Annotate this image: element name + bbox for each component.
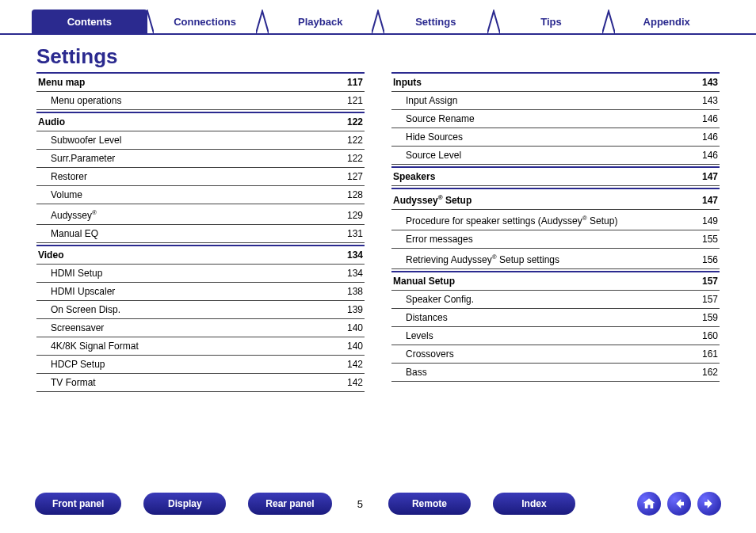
toc-item[interactable]: On Screen Disp.139 — [36, 301, 365, 319]
rear-panel-button[interactable]: Rear panel — [248, 493, 331, 515]
toc-column-right: Inputs143Input Assign143Source Rename146… — [391, 70, 720, 392]
toc-item[interactable]: Retrieving Audyssey® Setup settings156 — [391, 249, 720, 269]
remote-button[interactable]: Remote — [388, 493, 471, 515]
tab-connections[interactable]: Connections — [147, 10, 263, 33]
front-panel-button[interactable]: Front panel — [35, 493, 121, 515]
toc-item[interactable]: HDCP Setup142 — [36, 356, 365, 374]
toc-item[interactable]: Volume128 — [36, 186, 365, 204]
toc-item[interactable]: Error messages155 — [391, 230, 720, 249]
arrow-left-icon[interactable] — [667, 492, 691, 516]
toc-item[interactable]: Input Assign143 — [391, 92, 720, 110]
toc-item[interactable]: Menu operations121 — [36, 92, 365, 110]
toc-item[interactable]: Source Level146 — [391, 147, 720, 165]
toc-item[interactable]: HDMI Setup134 — [36, 265, 365, 283]
page-number: 5 — [354, 498, 366, 510]
toc-item[interactable]: Subwoofer Level122 — [36, 131, 365, 150]
toc-item[interactable]: Source Rename146 — [391, 110, 720, 128]
tab-tips[interactable]: Tips — [494, 10, 609, 33]
toc-item[interactable]: Speaker Config.157 — [391, 291, 720, 309]
toc-heading[interactable]: Menu map117 — [36, 72, 365, 92]
toc-item[interactable]: TV Format142 — [36, 374, 365, 392]
home-icon[interactable] — [637, 492, 661, 516]
toc-item[interactable]: Audyssey®129 — [36, 204, 365, 225]
toc-item[interactable]: Hide Sources146 — [391, 128, 720, 147]
toc-item[interactable]: Screensaver140 — [36, 319, 365, 337]
toc-item[interactable]: Distances159 — [391, 309, 720, 327]
tab-appendix[interactable]: Appendix — [609, 10, 724, 33]
page-title: Settings — [0, 35, 756, 70]
tab-contents[interactable]: Contents — [32, 10, 147, 33]
toc-item[interactable]: Levels160 — [391, 327, 720, 345]
toc-column-left: Menu map117Menu operations121Audio122Sub… — [36, 70, 365, 392]
toc-item[interactable]: 4K/8K Signal Format140 — [36, 337, 365, 356]
toc-item[interactable]: HDMI Upscaler138 — [36, 283, 365, 301]
tab-settings[interactable]: Settings — [378, 10, 494, 33]
toc-heading[interactable]: Audio122 — [36, 112, 365, 131]
toc-heading[interactable]: Speakers147 — [391, 166, 720, 186]
display-button[interactable]: Display — [143, 493, 226, 515]
top-tabs: Contents Connections Playback Settings T… — [0, 0, 756, 35]
toc-heading[interactable]: Audyssey® Setup147 — [391, 188, 720, 210]
footer-bar: Front panel Display Rear panel 5 Remote … — [0, 492, 756, 516]
toc-item[interactable]: Bass162 — [391, 364, 720, 382]
toc-heading[interactable]: Manual Setup157 — [391, 271, 720, 291]
toc-heading[interactable]: Video134 — [36, 245, 365, 265]
toc-item[interactable]: Restorer127 — [36, 168, 365, 186]
toc-heading[interactable]: Inputs143 — [391, 72, 720, 92]
toc-item[interactable]: Procedure for speaker settings (Audyssey… — [391, 210, 720, 230]
toc-item[interactable]: Manual EQ131 — [36, 225, 365, 243]
arrow-right-icon[interactable] — [697, 492, 721, 516]
toc-item[interactable]: Surr.Parameter122 — [36, 150, 365, 168]
tab-playback[interactable]: Playback — [262, 10, 378, 33]
index-button[interactable]: Index — [493, 493, 575, 515]
toc-columns: Menu map117Menu operations121Audio122Sub… — [0, 70, 756, 392]
toc-item[interactable]: Crossovers161 — [391, 345, 720, 364]
